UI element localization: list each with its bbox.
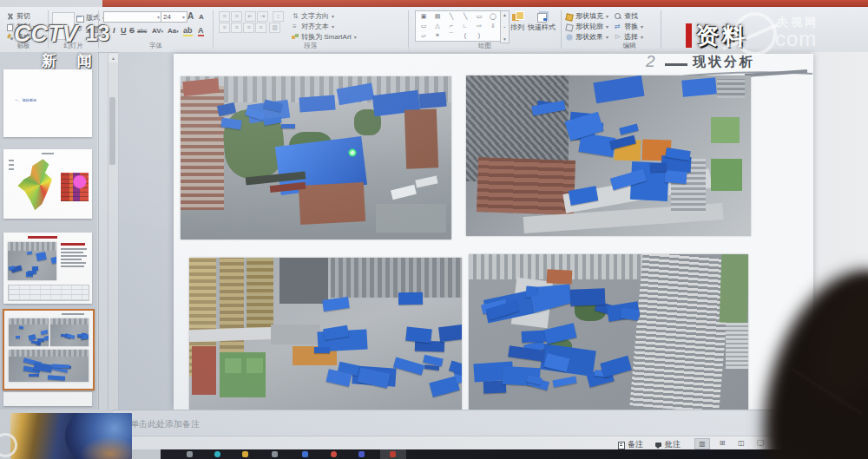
aerial-feature: [477, 157, 575, 215]
find-icon: [615, 13, 621, 20]
numbering-button[interactable]: ≡: [231, 11, 242, 22]
panel-scrollbar[interactable]: ▲: [108, 54, 119, 410]
underline-button[interactable]: U: [121, 26, 127, 35]
drawing-group-label: 绘图: [409, 42, 561, 50]
blue-tarp-roof: [27, 252, 33, 255]
blue-tarp-roof: [9, 266, 15, 271]
select-label: 选择: [624, 32, 638, 42]
shrink-font-button[interactable]: A: [199, 13, 204, 21]
shape-fill-button[interactable]: 形状填充▾: [566, 11, 608, 21]
align-right-button[interactable]: ≡: [243, 23, 254, 33]
shape-outline-button[interactable]: 形状轮廓▾: [566, 22, 608, 31]
font-size-combo[interactable]: 24▾: [161, 11, 187, 23]
blue-tarp-roof: [48, 375, 65, 380]
decrease-indent-button[interactable]: ⇤: [245, 11, 256, 22]
scrollbar-thumb[interactable]: [109, 97, 115, 165]
justify-button[interactable]: ≡: [255, 23, 266, 33]
arrange-button[interactable]: 排列: [510, 11, 524, 32]
char-spacing-button[interactable]: AV▾: [152, 27, 163, 35]
change-case-button[interactable]: Aa▾: [168, 27, 179, 35]
slide-editing-area: 2 现状分析: [119, 52, 868, 410]
notes-pane[interactable]: 单击此处添加备注: [113, 410, 868, 436]
aerial-feature: [9, 350, 89, 357]
slide-thumbnail-3[interactable]: [3, 233, 92, 304]
app-icon-cyan[interactable]: [214, 451, 220, 457]
thumb-photo: [9, 350, 89, 382]
app-icon-gray[interactable]: [187, 451, 193, 457]
replace-button[interactable]: 替换▾: [615, 22, 643, 31]
blue-tarp-roof: [405, 327, 432, 344]
window-edge: [0, 0, 102, 7]
reading-view-button[interactable]: ◫: [734, 438, 748, 448]
strikethrough-button[interactable]: S: [129, 26, 135, 35]
italic-button[interactable]: I: [113, 26, 115, 35]
app-icon-red[interactable]: [331, 451, 337, 457]
active-app-tile[interactable]: [380, 449, 406, 459]
slide-thumbnail-4-selected[interactable]: [3, 309, 95, 390]
align-center-button[interactable]: ≡: [231, 23, 242, 33]
normal-view-button[interactable]: ▥: [694, 438, 710, 449]
smartart-icon: [292, 34, 299, 41]
news-channel-logo: [10, 413, 132, 459]
blue-tarp-roof: [650, 163, 667, 173]
tv-frame: 剪切 复制 ▾ 格式刷 贴板 版式 ▾ 重置 幻灯片 ▾: [0, 0, 868, 459]
aerial-feature: [299, 182, 365, 225]
micro-text: [61, 259, 82, 260]
arrange-label: 排列: [510, 23, 524, 32]
aerial-feature: [9, 318, 49, 325]
aerial-feature: [8, 242, 56, 251]
bullets-button[interactable]: ≡: [219, 11, 230, 22]
quick-styles-button[interactable]: 快速样式: [528, 11, 556, 32]
shape-effects-button[interactable]: 形状效果▾: [566, 32, 608, 42]
micro-text: [61, 248, 87, 250]
thumb-photo: [8, 242, 56, 280]
slide-thumbnail-5-partial[interactable]: [3, 392, 92, 406]
align-text-button[interactable]: 对齐文本 ▾: [292, 22, 334, 31]
increase-indent-button[interactable]: ⇥: [257, 11, 268, 22]
shapes-gallery[interactable]: ▣▤╲╲▭◯ ▭△⌐∟⇨⇩ ▱✶⌒(): [415, 10, 502, 42]
paragraph-group-label: 段落: [214, 42, 408, 50]
blue-tarp-roof: [398, 292, 423, 305]
text-direction-button[interactable]: 文字方向 ▾: [292, 11, 334, 21]
highlight-color-button[interactable]: ab: [183, 26, 193, 36]
powerpoint-app-icon[interactable]: [390, 451, 396, 457]
app-icon-blue[interactable]: [302, 451, 308, 457]
aerial-feature: [391, 185, 417, 200]
aerial-feature: [682, 77, 718, 96]
blue-tarp-roof: [619, 123, 639, 134]
slide-sorter-view-button[interactable]: ⊞: [715, 438, 729, 448]
shape-fill-icon: [566, 13, 573, 20]
blue-tarp-roof: [32, 266, 38, 270]
app-icon-indigo[interactable]: [358, 451, 365, 457]
slide-thumbnail-2[interactable]: [3, 149, 92, 219]
select-button[interactable]: 选择▾: [615, 32, 643, 42]
font-name-combo[interactable]: ▾: [103, 11, 162, 23]
blue-tarp-roof: [28, 271, 36, 275]
micro-table: [8, 285, 89, 301]
notes-placeholder: 单击此处添加备注: [130, 418, 200, 430]
aerial-feature: [299, 95, 336, 112]
line-spacing-button[interactable]: ↕: [273, 11, 284, 22]
find-label: 查找: [624, 11, 638, 21]
aerial-feature: [711, 159, 742, 191]
micro-title: [62, 313, 84, 315]
quick-styles-icon: [536, 11, 548, 22]
find-button[interactable]: 查找: [615, 11, 638, 21]
slide-thumbnail-1[interactable]: 一、现状概况: [3, 69, 92, 137]
align-left-button[interactable]: ≡: [219, 23, 230, 33]
cut-button[interactable]: 剪切: [7, 11, 30, 21]
app-icon-settings[interactable]: [272, 451, 278, 457]
folder-icon[interactable]: [242, 451, 248, 457]
shapes-gallery-scroll[interactable]: ▲▪▼: [500, 10, 510, 43]
columns-button[interactable]: ▥: [269, 23, 280, 33]
aerial-feature: [376, 204, 446, 233]
shape-effects-label: 形状效果: [575, 32, 603, 42]
smartart-button[interactable]: 转换为 SmartArt ▾: [292, 32, 357, 42]
subscript-button[interactable]: abc: [137, 28, 147, 34]
channel-name-watermark: 新闻: [42, 51, 113, 71]
grow-font-button[interactable]: A: [187, 11, 194, 21]
font-color-button[interactable]: A: [198, 26, 204, 36]
aerial-photo-1: [181, 76, 451, 239]
slide-canvas[interactable]: 2 现状分析: [174, 54, 813, 410]
aerial-feature: [418, 91, 447, 108]
